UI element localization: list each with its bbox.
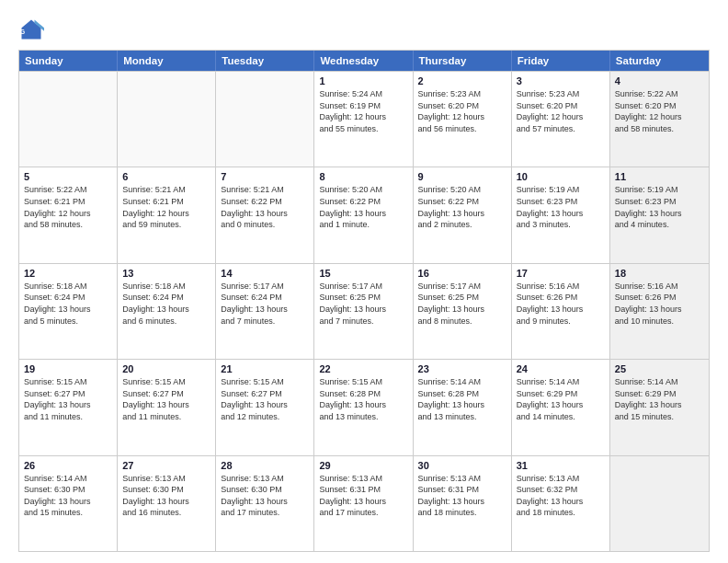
calendar-cell: 28Sunrise: 5:13 AM Sunset: 6:30 PM Dayli… bbox=[216, 456, 314, 551]
calendar-cell bbox=[216, 72, 314, 167]
calendar-header-cell: Monday bbox=[118, 51, 216, 71]
calendar-cell: 18Sunrise: 5:16 AM Sunset: 6:26 PM Dayli… bbox=[610, 264, 709, 359]
cell-info: Sunrise: 5:16 AM Sunset: 6:26 PM Dayligh… bbox=[517, 281, 605, 327]
calendar-week: 1Sunrise: 5:24 AM Sunset: 6:19 PM Daylig… bbox=[19, 71, 709, 167]
day-number: 1 bbox=[319, 75, 407, 86]
calendar-cell: 30Sunrise: 5:13 AM Sunset: 6:31 PM Dayli… bbox=[414, 456, 512, 551]
calendar-cell: 5Sunrise: 5:22 AM Sunset: 6:21 PM Daylig… bbox=[19, 167, 118, 262]
calendar-cell: 27Sunrise: 5:13 AM Sunset: 6:30 PM Dayli… bbox=[118, 456, 216, 551]
calendar-cell: 2Sunrise: 5:23 AM Sunset: 6:20 PM Daylig… bbox=[414, 72, 512, 167]
day-number: 11 bbox=[615, 171, 704, 182]
calendar-header-cell: Saturday bbox=[610, 51, 709, 71]
day-number: 4 bbox=[615, 75, 704, 86]
calendar-cell: 21Sunrise: 5:15 AM Sunset: 6:27 PM Dayli… bbox=[216, 360, 314, 454]
calendar-header-cell: Friday bbox=[512, 51, 610, 71]
logo: G bbox=[18, 17, 48, 42]
cell-info: Sunrise: 5:14 AM Sunset: 6:30 PM Dayligh… bbox=[24, 473, 112, 519]
day-number: 29 bbox=[319, 460, 407, 471]
day-number: 25 bbox=[615, 363, 704, 374]
cell-info: Sunrise: 5:14 AM Sunset: 6:28 PM Dayligh… bbox=[418, 376, 506, 422]
calendar-week: 26Sunrise: 5:14 AM Sunset: 6:30 PM Dayli… bbox=[19, 455, 709, 551]
day-number: 18 bbox=[615, 268, 704, 279]
calendar-cell: 3Sunrise: 5:23 AM Sunset: 6:20 PM Daylig… bbox=[512, 72, 610, 167]
calendar-week: 12Sunrise: 5:18 AM Sunset: 6:24 PM Dayli… bbox=[19, 263, 709, 359]
day-number: 24 bbox=[517, 363, 605, 374]
cell-info: Sunrise: 5:15 AM Sunset: 6:27 PM Dayligh… bbox=[122, 376, 210, 422]
cell-info: Sunrise: 5:13 AM Sunset: 6:31 PM Dayligh… bbox=[418, 473, 506, 519]
cell-info: Sunrise: 5:23 AM Sunset: 6:20 PM Dayligh… bbox=[418, 88, 506, 134]
cell-info: Sunrise: 5:13 AM Sunset: 6:31 PM Dayligh… bbox=[319, 473, 407, 519]
cell-info: Sunrise: 5:18 AM Sunset: 6:24 PM Dayligh… bbox=[122, 281, 210, 327]
day-number: 15 bbox=[319, 268, 407, 279]
calendar-cell: 25Sunrise: 5:14 AM Sunset: 6:29 PM Dayli… bbox=[610, 360, 709, 454]
day-number: 23 bbox=[418, 363, 506, 374]
calendar-body: 1Sunrise: 5:24 AM Sunset: 6:19 PM Daylig… bbox=[19, 71, 709, 551]
day-number: 19 bbox=[24, 363, 112, 374]
calendar-cell: 9Sunrise: 5:20 AM Sunset: 6:22 PM Daylig… bbox=[414, 167, 512, 262]
cell-info: Sunrise: 5:14 AM Sunset: 6:29 PM Dayligh… bbox=[517, 376, 605, 422]
cell-info: Sunrise: 5:15 AM Sunset: 6:28 PM Dayligh… bbox=[319, 376, 407, 422]
calendar-header-cell: Thursday bbox=[414, 51, 512, 71]
cell-info: Sunrise: 5:20 AM Sunset: 6:22 PM Dayligh… bbox=[319, 184, 407, 230]
day-number: 26 bbox=[24, 460, 112, 471]
day-number: 31 bbox=[517, 460, 605, 471]
calendar-header-cell: Tuesday bbox=[216, 51, 314, 71]
calendar-week: 5Sunrise: 5:22 AM Sunset: 6:21 PM Daylig… bbox=[19, 167, 709, 262]
day-number: 12 bbox=[24, 268, 112, 279]
calendar-cell bbox=[19, 72, 118, 167]
day-number: 5 bbox=[24, 171, 112, 182]
calendar-cell: 22Sunrise: 5:15 AM Sunset: 6:28 PM Dayli… bbox=[314, 360, 413, 454]
calendar-header-cell: Wednesday bbox=[314, 51, 413, 71]
header: G bbox=[18, 17, 710, 42]
calendar-cell: 23Sunrise: 5:14 AM Sunset: 6:28 PM Dayli… bbox=[414, 360, 512, 454]
day-number: 3 bbox=[517, 75, 605, 86]
calendar-cell: 12Sunrise: 5:18 AM Sunset: 6:24 PM Dayli… bbox=[19, 264, 118, 359]
calendar-cell: 19Sunrise: 5:15 AM Sunset: 6:27 PM Dayli… bbox=[19, 360, 118, 454]
day-number: 10 bbox=[517, 171, 605, 182]
day-number: 14 bbox=[221, 268, 309, 279]
calendar-cell: 16Sunrise: 5:17 AM Sunset: 6:25 PM Dayli… bbox=[414, 264, 512, 359]
cell-info: Sunrise: 5:15 AM Sunset: 6:27 PM Dayligh… bbox=[221, 376, 309, 422]
calendar-cell: 7Sunrise: 5:21 AM Sunset: 6:22 PM Daylig… bbox=[216, 167, 314, 262]
calendar-cell: 20Sunrise: 5:15 AM Sunset: 6:27 PM Dayli… bbox=[118, 360, 216, 454]
calendar-cell bbox=[118, 72, 216, 167]
calendar-cell: 10Sunrise: 5:19 AM Sunset: 6:23 PM Dayli… bbox=[512, 167, 610, 262]
cell-info: Sunrise: 5:13 AM Sunset: 6:30 PM Dayligh… bbox=[122, 473, 210, 519]
cell-info: Sunrise: 5:19 AM Sunset: 6:23 PM Dayligh… bbox=[615, 184, 704, 230]
calendar-cell: 14Sunrise: 5:17 AM Sunset: 6:24 PM Dayli… bbox=[216, 264, 314, 359]
cell-info: Sunrise: 5:19 AM Sunset: 6:23 PM Dayligh… bbox=[517, 184, 605, 230]
day-number: 30 bbox=[418, 460, 506, 471]
calendar-cell: 24Sunrise: 5:14 AM Sunset: 6:29 PM Dayli… bbox=[512, 360, 610, 454]
calendar-cell: 1Sunrise: 5:24 AM Sunset: 6:19 PM Daylig… bbox=[314, 72, 413, 167]
calendar-cell: 13Sunrise: 5:18 AM Sunset: 6:24 PM Dayli… bbox=[118, 264, 216, 359]
cell-info: Sunrise: 5:18 AM Sunset: 6:24 PM Dayligh… bbox=[24, 281, 112, 327]
cell-info: Sunrise: 5:24 AM Sunset: 6:19 PM Dayligh… bbox=[319, 88, 407, 134]
calendar-cell: 31Sunrise: 5:13 AM Sunset: 6:32 PM Dayli… bbox=[512, 456, 610, 551]
calendar-cell bbox=[610, 456, 709, 551]
day-number: 16 bbox=[418, 268, 506, 279]
cell-info: Sunrise: 5:22 AM Sunset: 6:20 PM Dayligh… bbox=[615, 88, 704, 134]
cell-info: Sunrise: 5:13 AM Sunset: 6:32 PM Dayligh… bbox=[517, 473, 605, 519]
logo-icon: G bbox=[18, 17, 44, 42]
calendar-header: SundayMondayTuesdayWednesdayThursdayFrid… bbox=[19, 51, 709, 71]
day-number: 21 bbox=[221, 363, 309, 374]
cell-info: Sunrise: 5:13 AM Sunset: 6:30 PM Dayligh… bbox=[221, 473, 309, 519]
day-number: 7 bbox=[221, 171, 309, 182]
cell-info: Sunrise: 5:14 AM Sunset: 6:29 PM Dayligh… bbox=[615, 376, 704, 422]
cell-info: Sunrise: 5:15 AM Sunset: 6:27 PM Dayligh… bbox=[24, 376, 112, 422]
cell-info: Sunrise: 5:20 AM Sunset: 6:22 PM Dayligh… bbox=[418, 184, 506, 230]
day-number: 13 bbox=[122, 268, 210, 279]
calendar-cell: 17Sunrise: 5:16 AM Sunset: 6:26 PM Dayli… bbox=[512, 264, 610, 359]
day-number: 22 bbox=[319, 363, 407, 374]
calendar-cell: 26Sunrise: 5:14 AM Sunset: 6:30 PM Dayli… bbox=[19, 456, 118, 551]
cell-info: Sunrise: 5:16 AM Sunset: 6:26 PM Dayligh… bbox=[615, 281, 704, 327]
calendar-cell: 8Sunrise: 5:20 AM Sunset: 6:22 PM Daylig… bbox=[314, 167, 413, 262]
cell-info: Sunrise: 5:22 AM Sunset: 6:21 PM Dayligh… bbox=[24, 184, 112, 230]
day-number: 28 bbox=[221, 460, 309, 471]
cell-info: Sunrise: 5:23 AM Sunset: 6:20 PM Dayligh… bbox=[517, 88, 605, 134]
calendar-week: 19Sunrise: 5:15 AM Sunset: 6:27 PM Dayli… bbox=[19, 359, 709, 454]
day-number: 20 bbox=[122, 363, 210, 374]
cell-info: Sunrise: 5:17 AM Sunset: 6:24 PM Dayligh… bbox=[221, 281, 309, 327]
calendar-header-cell: Sunday bbox=[19, 51, 118, 71]
cell-info: Sunrise: 5:21 AM Sunset: 6:22 PM Dayligh… bbox=[221, 184, 309, 230]
